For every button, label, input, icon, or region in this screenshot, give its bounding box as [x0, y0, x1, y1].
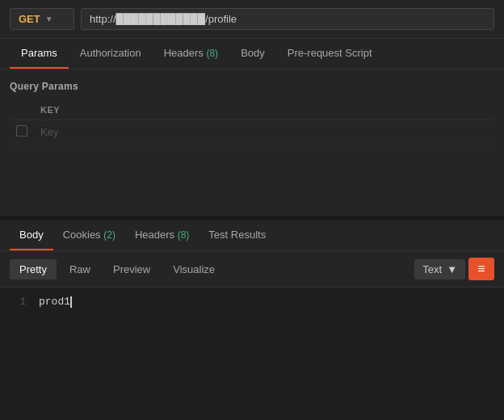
- method-selector[interactable]: GET ▼: [10, 8, 74, 30]
- line-number-1: 1: [10, 296, 26, 308]
- raw-button[interactable]: Raw: [60, 259, 100, 279]
- format-bar: Pretty Raw Preview Visualize Text ▼ ≡: [0, 251, 504, 288]
- bottom-tabs: Body Cookies (2) Headers (8) Test Result…: [0, 220, 504, 251]
- checkbox-header: [10, 100, 34, 120]
- tab-params[interactable]: Params: [10, 39, 69, 69]
- text-type-dropdown[interactable]: Text ▼: [414, 259, 465, 279]
- checkbox[interactable]: [16, 125, 27, 136]
- url-input[interactable]: [81, 8, 494, 30]
- row-checkbox: [10, 120, 34, 145]
- code-area[interactable]: 1 prod1: [0, 288, 504, 316]
- code-line-1: 1 prod1: [0, 294, 504, 309]
- chevron-down-icon: ▼: [45, 15, 53, 23]
- table-row: Key: [10, 120, 494, 145]
- cursor: [70, 296, 72, 308]
- bottom-tab-testresults[interactable]: Test Results: [199, 220, 275, 250]
- wrap-button[interactable]: ≡: [468, 258, 494, 280]
- method-text: GET: [19, 13, 40, 25]
- wrap-icon: ≡: [477, 262, 485, 275]
- bottom-tab-headers[interactable]: Headers (8): [125, 220, 199, 250]
- preview-button[interactable]: Preview: [103, 259, 160, 279]
- top-tabs: Params Authorization Headers (8) Body Pr…: [0, 39, 504, 69]
- key-cell[interactable]: Key: [34, 120, 494, 145]
- dropdown-chevron-icon: ▼: [447, 263, 457, 275]
- visualize-button[interactable]: Visualize: [163, 259, 225, 279]
- bottom-headers-badge: (8): [178, 229, 190, 241]
- bottom-tab-body[interactable]: Body: [10, 220, 53, 250]
- tab-authorization[interactable]: Authorization: [69, 39, 153, 69]
- tab-prerequest[interactable]: Pre-request Script: [276, 39, 384, 69]
- empty-space: [0, 151, 504, 216]
- headers-badge: (8): [206, 48, 218, 59]
- key-column-header: KEY: [34, 100, 494, 120]
- tab-headers[interactable]: Headers (8): [153, 39, 229, 69]
- query-params-section: Query Params KEY Key: [0, 69, 504, 151]
- bottom-tab-cookies[interactable]: Cookies (2): [53, 220, 125, 250]
- params-table: KEY Key: [10, 100, 494, 145]
- cookies-badge: (2): [103, 229, 116, 241]
- query-params-title: Query Params: [10, 76, 494, 97]
- code-content-1: prod1: [39, 296, 72, 308]
- pretty-button[interactable]: Pretty: [10, 259, 57, 279]
- tab-body[interactable]: Body: [229, 39, 276, 69]
- url-bar: GET ▼: [0, 0, 504, 39]
